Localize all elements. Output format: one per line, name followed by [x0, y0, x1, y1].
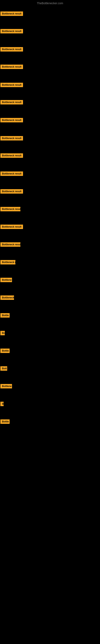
bottleneck-badge[interactable]: Bottlene: [0, 278, 12, 282]
bottleneck-badge[interactable]: Bottleneck result: [0, 100, 23, 104]
bottleneck-badge[interactable]: Bottleneck resul: [0, 207, 20, 211]
bottleneck-badge[interactable]: Bottleneck result: [0, 136, 23, 140]
bottleneck-badge[interactable]: Bottleneck result: [0, 47, 23, 52]
bottleneck-badge[interactable]: Bottle: [0, 313, 10, 318]
bottleneck-badge[interactable]: Bottle: [0, 348, 10, 353]
bottleneck-badge[interactable]: Bott: [0, 366, 7, 371]
site-title: TheBottlenecker.com: [0, 0, 100, 6]
bottleneck-badge[interactable]: Bottleneck: [0, 296, 14, 300]
bottleneck-badge[interactable]: Bottleneck result: [0, 224, 23, 229]
bottleneck-badge[interactable]: Bottleneck result: [0, 118, 23, 122]
bottleneck-badge[interactable]: B: [0, 402, 3, 406]
bottleneck-badge[interactable]: Bottleneck result: [0, 242, 20, 247]
bottleneck-badge[interactable]: Bottleneck result: [0, 64, 23, 69]
bottleneck-badge[interactable]: Bottleneck result: [0, 83, 23, 87]
bottleneck-badge[interactable]: Bottleneck result: [0, 12, 23, 16]
bottleneck-badge[interactable]: Bottleneck result: [0, 29, 23, 34]
bottleneck-badge[interactable]: Bottleneck result: [0, 153, 23, 158]
bottleneck-badge[interactable]: Bottlene: [0, 384, 12, 388]
bottleneck-badge[interactable]: Bottleneck result: [0, 172, 23, 176]
bottleneck-badge[interactable]: Bo: [0, 331, 5, 335]
bottleneck-badge[interactable]: Bottle: [0, 420, 10, 424]
bottleneck-badge[interactable]: Bottleneck result: [0, 189, 23, 194]
bottleneck-badge[interactable]: Bottleneck r: [0, 260, 15, 264]
